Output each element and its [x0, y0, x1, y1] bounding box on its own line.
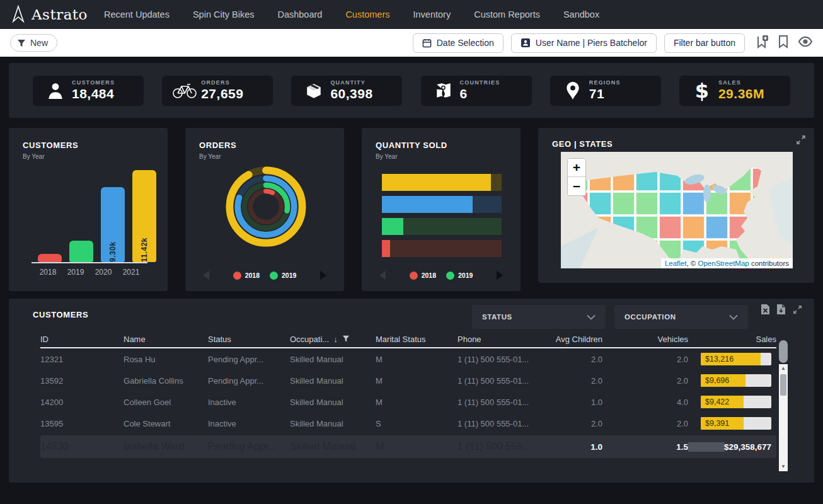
status-filter-dropdown[interactable]: STATUS — [472, 305, 606, 329]
radial-rings-chart[interactable] — [226, 166, 306, 247]
scrollbar-thumb[interactable] — [780, 374, 786, 396]
kpi-countries: COUNTRIES6 — [421, 76, 532, 106]
date-selection-button[interactable]: Date Selection — [413, 33, 504, 53]
nav-item-spin-city-bikes[interactable]: Spin City Bikes — [193, 9, 255, 20]
x-axis-label: 2020 — [93, 268, 113, 277]
hbar-2019[interactable] — [382, 218, 502, 235]
column-header-occupati-[interactable]: Occupati...↓ — [290, 335, 376, 344]
cell-status: Pending Appr... — [208, 355, 290, 364]
nav-item-inventory[interactable]: Inventory — [413, 9, 451, 20]
cell-avg-children: 2.0 — [539, 419, 602, 428]
scroll-up-arrow[interactable]: ▲ — [779, 364, 788, 373]
kpi-value: 27,659 — [201, 86, 243, 101]
table-row[interactable]: 14200Colleen GoelInactiveSkilled ManualM… — [40, 391, 776, 413]
astrato-logo[interactable]: Astrato — [10, 5, 88, 24]
cell-occupation: Skilled Manual — [290, 398, 376, 407]
nav-item-customers[interactable]: Customers — [345, 9, 389, 20]
legend-next-button[interactable] — [497, 271, 503, 280]
nav-item-custom-reports[interactable]: Custom Reports — [474, 9, 540, 20]
legend-item-2018[interactable]: 2018 — [233, 272, 260, 280]
bar-2021[interactable]: 11.42k — [132, 170, 156, 262]
column-funnel-icon[interactable] — [342, 335, 350, 344]
leaflet-map[interactable]: + − Leaflet, © OpenStreetMap contributor… — [561, 152, 793, 268]
bookmark-icon[interactable] — [778, 35, 788, 51]
new-filter-pill[interactable]: New — [10, 34, 57, 52]
kpi-regions: REGIONS71 — [550, 76, 661, 106]
column-header-marital-status[interactable]: Marital Status — [376, 335, 458, 344]
chevron-down-icon — [587, 314, 596, 320]
cell-id: 13592 — [40, 376, 124, 386]
sort-desc-icon[interactable]: ↓ — [333, 335, 338, 344]
legend-item-2018[interactable]: 2018 — [410, 272, 436, 280]
column-header-sales[interactable]: Sales — [688, 335, 776, 344]
brand-name: Astrato — [32, 6, 88, 23]
bar-chart-x-axis: 2018201920202021 — [32, 268, 147, 277]
hbar-chart-plot — [382, 174, 502, 257]
hbar-2018[interactable] — [382, 240, 502, 257]
cell-phone: 1 (11) 500 555-01... — [458, 398, 539, 407]
map-attribution: Leaflet, © OpenStreetMap contributors — [661, 258, 793, 268]
sales-value: $9,696 — [705, 376, 729, 385]
column-header-avg-children[interactable]: Avg Children — [539, 335, 602, 344]
chart-subtitle: By Year — [23, 153, 156, 160]
hbar-2020[interactable] — [382, 196, 502, 213]
column-header-vehicles[interactable]: Vehicles — [602, 335, 688, 344]
outer-scrollbar-thumb[interactable] — [779, 340, 788, 363]
column-header-id[interactable]: ID — [40, 335, 124, 344]
legend-dot — [446, 272, 454, 280]
cell-phone: 1 (11) 500 555-01... — [458, 376, 539, 386]
cell-vehicles: 4.0 — [602, 398, 688, 407]
totals-vehicles: 1.5 — [602, 442, 688, 452]
expand-icon[interactable] — [792, 304, 803, 315]
date-selection-label: Date Selection — [437, 38, 494, 48]
column-header-phone[interactable]: Phone — [458, 335, 539, 344]
legend-prev-button[interactable] — [203, 271, 209, 280]
nav-item-dashboard[interactable]: Dashboard — [277, 9, 322, 20]
column-header-status[interactable]: Status — [208, 335, 290, 344]
nav-item-recent-updates[interactable]: Recent Updates — [104, 9, 170, 20]
year-legend: 20182019 — [362, 271, 521, 280]
bar-2018[interactable] — [38, 170, 62, 262]
person-icon — [39, 82, 72, 100]
legend-item-2019[interactable]: 2019 — [446, 272, 473, 280]
document-export-icon[interactable] — [776, 304, 786, 315]
kpi-quantity: QUANTITY60,398 — [291, 76, 402, 106]
leaflet-link[interactable]: Leaflet — [665, 260, 687, 267]
x-axis-label: 2018 — [38, 268, 58, 277]
bookmark-add-icon[interactable] — [756, 35, 769, 51]
cell-id: 14200 — [40, 398, 124, 407]
ghost-id: 14830 — [40, 441, 124, 452]
expand-icon[interactable] — [795, 134, 807, 148]
bar-2019[interactable] — [69, 170, 93, 262]
totals-sales: $29,358,677 — [724, 442, 771, 452]
table-row[interactable]: 13595Cole StewartInactiveSkilled ManualS… — [40, 413, 776, 434]
osm-link[interactable]: OpenStreetMap — [698, 260, 749, 267]
column-header-name[interactable]: Name — [124, 335, 208, 344]
scroll-down-arrow[interactable]: ▼ — [779, 462, 788, 471]
kpi-value: 18,484 — [72, 86, 115, 101]
legend-next-button[interactable] — [320, 271, 326, 280]
occupation-filter-dropdown[interactable]: OCCUPATION — [614, 305, 748, 329]
nav-item-sandbox[interactable]: Sandbox — [563, 9, 599, 20]
column-label: ID — [40, 335, 49, 344]
legend-label: 2018 — [245, 272, 260, 279]
cell-sales: $9,391 — [688, 417, 776, 430]
sales-value: $9,391 — [705, 419, 729, 428]
totals-avg-children: 1.0 — [539, 442, 602, 452]
bar-2020[interactable]: 9.30k — [101, 170, 125, 262]
table-row[interactable]: 12321Rosa HuPending Appr...Skilled Manua… — [40, 348, 776, 370]
excel-export-icon[interactable] — [761, 304, 770, 315]
user-name-button[interactable]: User Name | Piers Batchelor — [511, 33, 657, 53]
legend-prev-button[interactable] — [379, 271, 386, 280]
eye-icon[interactable] — [798, 36, 813, 50]
table-scrollbar[interactable]: ▲ ▼ — [779, 364, 788, 471]
hbar-2021[interactable] — [382, 174, 502, 191]
map-zoom-in-button[interactable]: + — [568, 159, 585, 177]
map-zoom-out-button[interactable]: − — [568, 177, 585, 195]
filter-bar-button[interactable]: Filter bar button — [664, 33, 745, 53]
table-row[interactable]: 13592Gabriella CollinsPending Appr...Ski… — [40, 370, 776, 391]
legend-item-2019[interactable]: 2019 — [270, 272, 296, 280]
kpi-label: CUSTOMERS — [72, 79, 115, 86]
column-label: Vehicles — [658, 335, 688, 344]
user-name-label: User Name | Piers Batchelor — [536, 38, 647, 48]
